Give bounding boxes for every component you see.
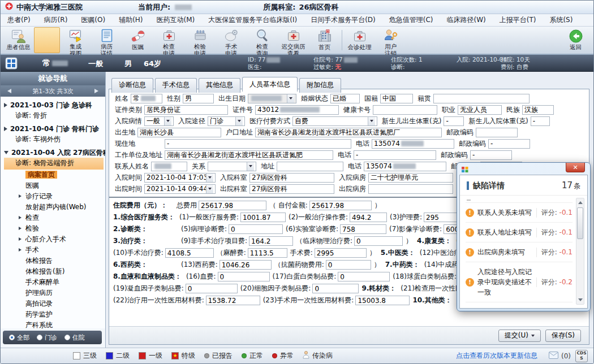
toolbar-button-lab-apply[interactable]: 检验 申请 — [184, 27, 216, 53]
birth-date-input[interactable] — [248, 94, 296, 103]
menu-item[interactable]: 辅助(H) — [112, 14, 149, 27]
toolbar-button-exam-apply[interactable]: 检查 申请 — [153, 27, 184, 53]
gender-input[interactable]: 男 — [183, 94, 214, 103]
sidebar-item[interactable]: 病案首页 — [4, 170, 105, 180]
newborn-admission-weight-input[interactable]: - — [531, 116, 550, 126]
menu-item[interactable]: 日间手术服务平台(D) — [304, 14, 382, 27]
tab-item[interactable]: 其他信息 — [199, 78, 240, 93]
menu-item[interactable]: 病历(R) — [37, 14, 75, 27]
fee-input[interactable]: 494.2 — [350, 213, 387, 222]
admission-route-select[interactable]: 门诊 — [208, 116, 245, 126]
expander-icon[interactable] — [19, 237, 21, 241]
fee-input[interactable]: 1113.5 — [248, 248, 287, 258]
fee-input[interactable]: 0 — [326, 260, 371, 270]
sidebar-item[interactable]: 手术 — [4, 245, 105, 255]
expander-icon[interactable] — [4, 151, 8, 154]
contact-address-input[interactable] — [277, 162, 343, 171]
tab-item[interactable]: 诊断信息 — [111, 78, 153, 93]
discharge-ward-input[interactable] — [368, 184, 453, 194]
tab-active[interactable]: 人员基本信息 — [242, 77, 298, 92]
fee-input[interactable]: 0 — [218, 272, 270, 281]
toolbar-button-back[interactable]: 返回 — [560, 27, 591, 53]
expander-icon[interactable] — [19, 248, 21, 252]
sidebar-item[interactable]: 检查 — [4, 213, 105, 223]
toolbar-button-patient-info[interactable]: 患者信息 — [3, 27, 34, 53]
menu-item[interactable]: 临床路径(W) — [440, 14, 493, 27]
fee-input[interactable]: 0 — [312, 284, 359, 293]
contact-name-input[interactable] — [151, 162, 187, 171]
discharge-dept-input[interactable]: 27病区骨科 — [249, 184, 334, 194]
cdss-button[interactable]: CDSS — [575, 350, 588, 362]
save-button[interactable]: 保存(S) — [545, 330, 581, 342]
employer-address-input[interactable]: 湖南省长沙县湘龙街道水渡坪社区县跃进氮肥 — [165, 150, 333, 160]
postal-code-input[interactable]: - — [488, 139, 530, 149]
marital-status-input[interactable]: 已婚 — [330, 94, 360, 103]
name-input[interactable]: 常 — [131, 94, 162, 103]
contact-relation-select[interactable] — [208, 162, 256, 171]
current-address-input[interactable]: - — [165, 139, 351, 149]
toolbar-button-integrated-view[interactable]: 集成 视图 — [60, 27, 91, 53]
household-address-input[interactable]: 湖南省长沙县湘龙街道水渡坪社区县跃进氮肥厂 — [255, 128, 442, 137]
scroll-up-icon[interactable] — [578, 201, 583, 204]
fee-input[interactable]: 25617.98 — [199, 201, 266, 210]
menu-item[interactable]: 大医保监管服务平台临床版(I) — [201, 14, 304, 27]
fee-input[interactable]: 758 — [340, 224, 386, 234]
admission-time-input[interactable]: 2021-10-04 17:03 — [144, 173, 216, 183]
mail-indicator[interactable]: (0) — [549, 352, 571, 361]
filter-option[interactable]: 门诊 — [37, 333, 57, 342]
menu-item[interactable]: 医嘱(O) — [74, 14, 112, 27]
filter-option[interactable]: 全部 — [9, 333, 29, 342]
menu-item[interactable]: 患者(P) — [1, 14, 37, 27]
birthplace-input[interactable]: 湖南长沙县 — [137, 128, 221, 137]
payment-method-select[interactable]: 自费 — [292, 116, 377, 126]
defect-scrollbar[interactable] — [576, 198, 584, 305]
scroll-down-icon[interactable] — [578, 298, 583, 301]
phone-input[interactable]: 135074 — [372, 139, 454, 149]
menu-item[interactable]: 系统(S) — [543, 14, 579, 27]
fee-input[interactable]: 4108.5 — [165, 248, 214, 258]
toolbar-button-exam-query[interactable]: 检查 查询 — [247, 27, 278, 53]
ethnicity-input[interactable]: 汉族 — [522, 105, 554, 115]
toolbar-button-blank[interactable] — [34, 27, 60, 53]
fee-input[interactable]: 25617.98 — [309, 201, 372, 210]
native-place-input[interactable] — [433, 94, 530, 103]
expander-icon[interactable] — [4, 127, 7, 131]
toolbar-button-late-record[interactable]: 迟交病历 查看 — [278, 27, 309, 53]
visit-header[interactable]: 2021-10-04 门诊 骨科门诊 — [4, 124, 105, 134]
pager-prev-icon[interactable] — [7, 89, 11, 93]
toolbar-button-surgery-apply[interactable]: 手术 申请 — [216, 27, 247, 53]
admission-condition-select[interactable]: 一般 — [144, 116, 174, 126]
sidebar-item[interactable]: 药学监护 — [4, 309, 105, 320]
dialog-title-bar[interactable]: ✕ — [459, 164, 588, 175]
id-number-input[interactable]: 43012 — [255, 105, 339, 115]
tab-item[interactable]: 手术信息 — [155, 78, 197, 93]
phone-input[interactable]: - — [354, 150, 436, 160]
toolbar-button-user-logout[interactable]: 用户 注销 — [375, 27, 406, 53]
fee-input[interactable]: 0 — [338, 272, 390, 281]
sidebar-item[interactable]: 护理病历 — [4, 288, 105, 298]
fee-input[interactable]: 1001.87 — [240, 213, 286, 222]
nationality-input[interactable]: 中国 — [380, 94, 413, 103]
fee-input[interactable]: 2995 — [315, 248, 367, 258]
sidebar-item[interactable]: 产科系统 — [4, 320, 105, 328]
toolbar-button-orders[interactable]: 医嘱 — [122, 27, 153, 53]
toolbar-button-consult[interactable]: 会诊处理 — [344, 27, 375, 53]
postal-code-input[interactable] — [476, 128, 518, 137]
sidebar-item[interactable]: 医嘱 — [4, 180, 105, 191]
toolbar-button-homepage[interactable]: 首页 — [309, 27, 340, 53]
fee-input[interactable]: 0 — [186, 284, 238, 293]
newborn-birth-weight-input[interactable]: - — [444, 116, 464, 126]
filter-option[interactable]: 住院 — [64, 333, 85, 342]
menu-item[interactable]: 危急值管理(C) — [382, 14, 440, 27]
toolbar-button-record-detail[interactable]: 病历 详情 — [91, 27, 122, 53]
fee-input[interactable]: 15003.8 — [355, 296, 410, 305]
fee-input[interactable]: 1046.26 — [219, 260, 272, 270]
expander-icon[interactable] — [19, 227, 21, 230]
submit-button[interactable]: 提交(U) — [498, 330, 541, 342]
sidebar-item[interactable]: 高拍记录 — [4, 298, 105, 309]
health-card-input[interactable] — [373, 105, 437, 115]
version-history-link[interactable]: 点击查看历次版本更新信息 — [456, 351, 537, 361]
sidebar-item[interactable]: 心脏介入手术 — [4, 234, 105, 245]
menu-item[interactable]: 上报平台(T) — [493, 14, 543, 27]
sidebar-item[interactable]: 体检报告(新) — [4, 266, 105, 277]
